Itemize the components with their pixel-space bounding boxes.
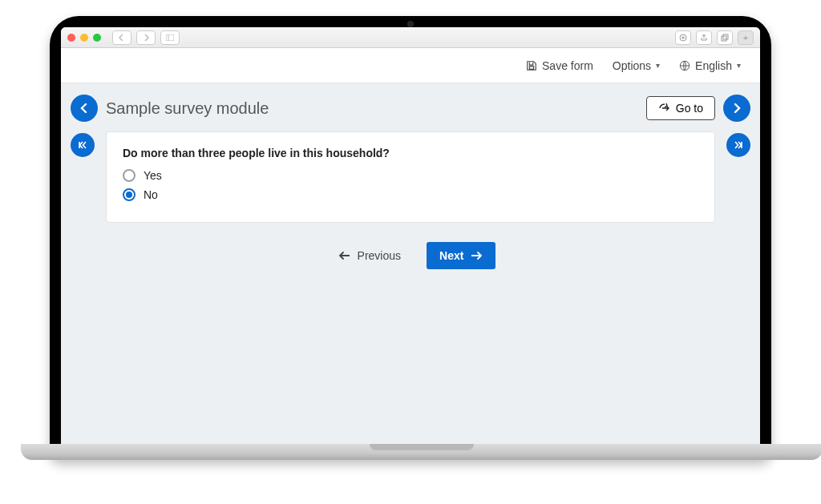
close-window-icon[interactable] xyxy=(67,34,75,42)
nav-next-circle-button[interactable] xyxy=(723,95,750,122)
nav-prev-circle-button[interactable] xyxy=(71,95,98,122)
radio-option-yes[interactable]: Yes xyxy=(123,169,698,182)
camera-dot xyxy=(407,21,414,27)
language-menu[interactable]: English ▾ xyxy=(679,59,741,72)
options-label: Options xyxy=(613,59,651,72)
radio-icon xyxy=(123,169,135,182)
chevron-down-icon: ▾ xyxy=(656,61,660,70)
minimize-window-icon[interactable] xyxy=(80,34,88,42)
radio-label: Yes xyxy=(144,169,162,182)
radio-label: No xyxy=(144,188,158,201)
goto-arrow-icon xyxy=(658,103,669,113)
arrow-right-icon xyxy=(471,251,483,260)
save-icon xyxy=(526,60,537,71)
goto-label: Go to xyxy=(676,102,703,115)
nav-last-button[interactable] xyxy=(726,133,750,157)
radio-icon xyxy=(123,188,135,201)
browser-sidebar-button[interactable] xyxy=(160,30,180,45)
content-area: Sample survey module Go to Do more than … xyxy=(61,83,760,444)
options-menu[interactable]: Options ▾ xyxy=(613,59,660,72)
browser-chrome: + xyxy=(61,27,760,48)
arrow-left-icon xyxy=(338,251,350,260)
next-button[interactable]: Next xyxy=(427,242,495,269)
save-form-button[interactable]: Save form xyxy=(526,59,593,72)
browser-back-button[interactable] xyxy=(112,30,131,45)
browser-share-button[interactable] xyxy=(696,30,712,45)
previous-label: Previous xyxy=(358,249,401,262)
browser-add-button[interactable] xyxy=(675,30,691,45)
nav-first-button[interactable] xyxy=(71,133,95,157)
globe-icon xyxy=(679,60,690,71)
app-toolbar: Save form Options ▾ English ▾ xyxy=(61,48,760,83)
question-card: Do more than three people live in this h… xyxy=(106,131,715,223)
screen: + Save form Options ▾ English ▾ xyxy=(61,27,760,444)
browser-tabs-button[interactable] xyxy=(717,30,733,45)
chevron-down-icon: ▾ xyxy=(737,61,741,70)
page-title: Sample survey module xyxy=(106,99,269,118)
previous-button[interactable]: Previous xyxy=(326,242,414,269)
save-form-label: Save form xyxy=(542,59,593,72)
language-label: English xyxy=(695,59,732,72)
radio-option-no[interactable]: No xyxy=(123,188,698,201)
svg-rect-3 xyxy=(722,36,726,41)
header-row: Sample survey module Go to xyxy=(106,96,715,120)
svg-rect-0 xyxy=(166,34,174,41)
goto-button[interactable]: Go to xyxy=(646,96,715,120)
maximize-window-icon[interactable] xyxy=(93,34,101,42)
laptop-frame: + Save form Options ▾ English ▾ xyxy=(50,16,771,460)
footer-nav: Previous Next xyxy=(106,242,715,269)
next-label: Next xyxy=(439,249,463,262)
laptop-base xyxy=(21,444,821,460)
browser-forward-button[interactable] xyxy=(136,30,156,45)
browser-newtab-button[interactable]: + xyxy=(738,30,754,45)
question-text: Do more than three people live in this h… xyxy=(123,147,698,159)
svg-rect-4 xyxy=(723,34,728,39)
window-traffic-lights xyxy=(67,34,101,42)
